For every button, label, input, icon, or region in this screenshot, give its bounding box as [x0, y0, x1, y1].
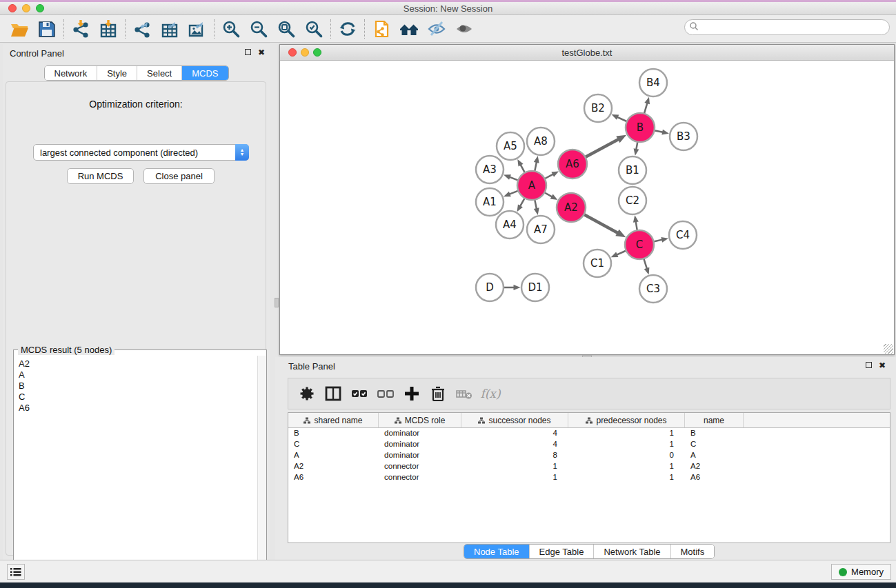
table-cell[interactable]: A	[685, 450, 744, 461]
zoom-out-button[interactable]	[245, 17, 272, 41]
edge-A2-C[interactable]	[584, 214, 618, 233]
mcds-result-item[interactable]: A2	[19, 358, 252, 369]
import-network-button[interactable]	[67, 17, 94, 41]
mcds-result-item[interactable]: B	[19, 381, 252, 392]
table-cell[interactable]: 1	[568, 439, 685, 450]
table-row[interactable]: Adominator80A	[288, 450, 890, 461]
table-float-panel-icon[interactable]	[863, 361, 874, 370]
table-cell[interactable]: 1	[568, 428, 685, 439]
table-tab-node-table[interactable]: Node Table	[464, 545, 529, 558]
table-cell[interactable]: 4	[461, 428, 568, 439]
table-cell[interactable]: 0	[568, 450, 685, 461]
table-row[interactable]: Bdominator41B	[288, 428, 890, 439]
hide-graphics-button[interactable]	[423, 17, 450, 41]
edge-A-A5[interactable]	[520, 164, 525, 173]
refresh-layout-button[interactable]	[334, 17, 361, 41]
close-panel-button[interactable]: Close panel	[143, 168, 215, 184]
deselect-all-button[interactable]	[372, 381, 399, 407]
edge-A-A2[interactable]	[544, 192, 552, 197]
table-cell[interactable]: connector	[379, 472, 461, 483]
zoom-in-button[interactable]	[217, 17, 245, 41]
table-row[interactable]: A2connector11A2	[288, 461, 890, 472]
network-window-titlebar[interactable]: testGlobe.txt	[280, 45, 894, 61]
edge-A-A7[interactable]	[535, 200, 537, 210]
edge-C-C4[interactable]	[653, 239, 663, 241]
table-close-panel-icon[interactable]: ✖	[877, 361, 888, 370]
mcds-result-item[interactable]: C	[19, 392, 252, 403]
column-header-name[interactable]: name	[685, 413, 744, 427]
table-cell[interactable]: C	[685, 439, 744, 450]
column-header-successor-nodes[interactable]: successor nodes	[461, 413, 568, 427]
network-graph[interactable]: B4B2BB3A8A5A6A3B1AC2A1A2A4A7C4CC1DD1C3	[280, 61, 894, 354]
table-cell[interactable]: dominator	[379, 450, 461, 461]
table-cell[interactable]: C	[288, 439, 379, 450]
edge-B-B3[interactable]	[655, 130, 664, 132]
table-cell[interactable]: connector	[379, 461, 461, 472]
table-tab-motifs[interactable]: Motifs	[670, 545, 715, 558]
table-cell[interactable]: 1	[568, 472, 685, 483]
memory-button[interactable]: Memory	[831, 564, 891, 580]
float-panel-icon[interactable]	[242, 48, 253, 57]
table-cell[interactable]: A6	[685, 472, 744, 483]
tab-mcds[interactable]: MCDS	[181, 66, 228, 80]
export-table-button[interactable]	[156, 17, 183, 41]
network-canvas[interactable]: B4B2BB3A8A5A6A3B1AC2A1A2A4A7C4CC1DD1C3	[280, 61, 894, 354]
edge-C-C1[interactable]	[616, 250, 626, 255]
tab-style[interactable]: Style	[97, 66, 137, 80]
column-header-MCDS-role[interactable]: MCDS role	[379, 413, 461, 427]
mcds-list-scrollbar[interactable]	[257, 356, 266, 586]
table-cell[interactable]: A2	[685, 461, 744, 472]
clone-network-button[interactable]	[368, 17, 395, 41]
edge-A-A8[interactable]	[535, 161, 537, 172]
edge-A-A1[interactable]	[508, 191, 518, 195]
split-pane-button[interactable]	[320, 381, 346, 407]
search-input[interactable]	[699, 23, 889, 32]
open-session-button[interactable]	[6, 17, 33, 41]
edge-C-C2[interactable]	[636, 221, 637, 230]
table-cell[interactable]: 1	[461, 472, 568, 483]
gear-button[interactable]	[294, 381, 320, 407]
edge-A-A6[interactable]	[545, 174, 554, 179]
table-cell[interactable]: B	[685, 428, 744, 439]
table-cell[interactable]: A2	[288, 461, 379, 472]
tab-select[interactable]: Select	[137, 66, 181, 80]
table-row[interactable]: A6connector11A6	[288, 472, 890, 483]
table-cell[interactable]: 1	[461, 461, 568, 472]
import-table-button[interactable]	[94, 17, 122, 41]
optimization-criterion-dropdown[interactable]: largest connected component (directed) ▲…	[33, 144, 249, 161]
edge-C-C3[interactable]	[644, 258, 647, 270]
table-tab-network-table[interactable]: Network Table	[593, 545, 670, 558]
vertical-scroll-nub[interactable]	[275, 298, 279, 307]
mcds-result-item[interactable]: A6	[19, 403, 252, 414]
export-network-button[interactable]	[128, 17, 156, 41]
search-box[interactable]	[684, 19, 890, 35]
export-image-button[interactable]	[183, 17, 211, 41]
select-all-button[interactable]	[346, 381, 372, 407]
mcds-result-list[interactable]: A2ABCA6	[14, 356, 257, 586]
edge-B-B4[interactable]	[644, 102, 648, 114]
show-panels-button[interactable]	[395, 17, 423, 41]
mcds-result-item[interactable]: A	[19, 369, 252, 381]
add-column-button[interactable]	[399, 381, 425, 407]
table-cell[interactable]: A6	[288, 472, 379, 483]
table-cell[interactable]: dominator	[379, 439, 461, 450]
column-header-shared-name[interactable]: shared name	[288, 413, 379, 427]
close-panel-icon[interactable]: ✖	[256, 48, 267, 57]
edge-A6-B[interactable]	[585, 139, 619, 157]
zoom-selected-button[interactable]	[300, 17, 328, 41]
edge-A-A4[interactable]	[519, 198, 524, 207]
task-history-button[interactable]	[7, 564, 25, 580]
zoom-fit-button[interactable]	[272, 17, 300, 41]
table-cell[interactable]: A	[288, 450, 379, 461]
edge-A-A3[interactable]	[509, 176, 519, 180]
save-session-button[interactable]	[33, 17, 61, 41]
table-cell[interactable]: 4	[461, 439, 568, 450]
table-row[interactable]: Cdominator41C	[288, 439, 890, 450]
table-tab-edge-table[interactable]: Edge Table	[529, 545, 594, 558]
table-cell[interactable]: B	[288, 428, 379, 439]
table-cell[interactable]: 8	[461, 450, 568, 461]
resize-grip-icon[interactable]	[884, 344, 893, 354]
column-header-predecessor-nodes[interactable]: predecessor nodes	[568, 413, 685, 427]
table-cell[interactable]: 1	[568, 461, 685, 472]
tab-network[interactable]: Network	[44, 66, 97, 80]
